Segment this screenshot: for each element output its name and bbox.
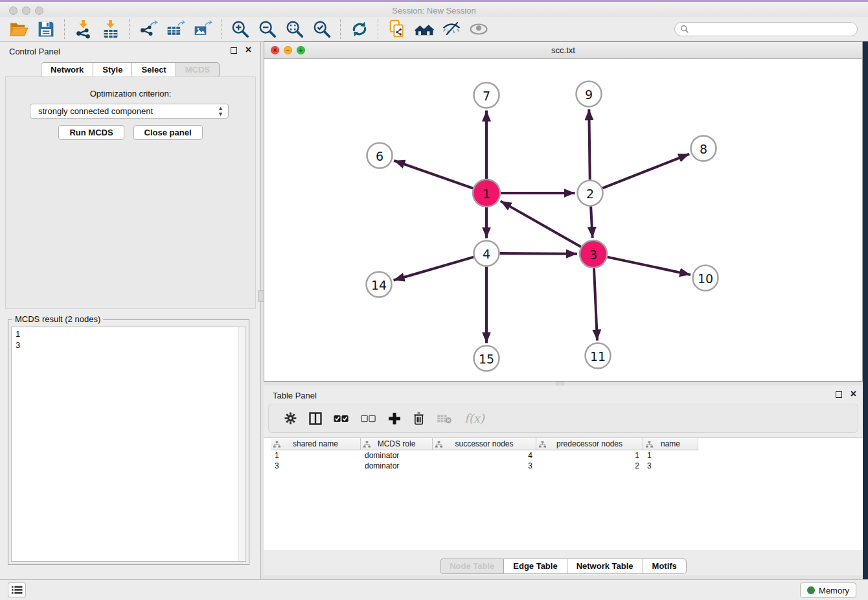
selected-option: strongly connected component	[38, 106, 153, 116]
main-toolbar	[0, 17, 868, 41]
table-panel-header: Table Panel ×	[264, 386, 863, 405]
table-row[interactable]: 3dominator323	[271, 461, 698, 471]
destroy-table-icon[interactable]	[437, 413, 452, 424]
run-mcds-button[interactable]: Run MCDS	[58, 125, 124, 140]
tab-style[interactable]: Style	[93, 62, 132, 78]
column-type-icon	[646, 441, 653, 448]
desktop-background-strip	[863, 41, 868, 600]
table-cell[interactable]: 3	[433, 461, 536, 471]
search-field[interactable]	[674, 22, 858, 36]
zoom-selected-icon[interactable]	[312, 19, 332, 39]
network-canvas[interactable]: 7968124314101511	[264, 59, 862, 381]
tab-mcds[interactable]: MCDS	[176, 62, 220, 78]
deselect-all-checkboxes-icon[interactable]	[361, 414, 376, 423]
mcds-result-group: MCDS result (2 nodes) 1 3	[8, 319, 249, 565]
table-cell[interactable]: 1	[643, 450, 698, 461]
table-cell[interactable]: 4	[433, 450, 536, 461]
memory-button[interactable]: Memory	[800, 583, 856, 598]
application-window: Session: New Session	[0, 0, 868, 600]
graph-edge-1-6[interactable]	[394, 161, 473, 189]
import-network-from-file-icon[interactable]	[74, 19, 93, 39]
export-network-icon[interactable]	[139, 19, 158, 39]
add-column-plus-icon[interactable]	[388, 412, 401, 425]
zoom-out-icon[interactable]	[258, 19, 277, 39]
tab-edge-table[interactable]: Edge Table	[504, 559, 567, 574]
tab-network-table[interactable]: Network Table	[567, 559, 643, 574]
zoom-fit-content-icon[interactable]	[285, 19, 304, 39]
graph-edge-3-11[interactable]	[594, 268, 597, 341]
column-header-name[interactable]: name	[643, 438, 698, 450]
zoom-in-icon[interactable]	[231, 19, 250, 39]
column-header-label: predecessor nodes	[556, 439, 622, 448]
float-panel-icon[interactable]	[836, 391, 842, 398]
table-cell[interactable]: 3	[271, 461, 361, 471]
toolbar-separator	[64, 19, 65, 39]
graph-node-label-6: 6	[376, 149, 383, 163]
tab-network[interactable]: Network	[41, 62, 93, 78]
control-panel-title: Control Panel	[9, 47, 60, 56]
graph-edge-3-1[interactable]	[501, 201, 581, 247]
import-table-from-file-icon[interactable]	[101, 19, 120, 39]
select-all-checkboxes-icon[interactable]	[334, 414, 349, 423]
export-table-icon[interactable]	[166, 19, 185, 39]
graph-node-label-14: 14	[371, 278, 387, 292]
table-rows: 1dominator4113dominator323	[271, 450, 698, 471]
graph-node-label-1: 1	[483, 187, 490, 201]
table-settings-gear-icon[interactable]	[284, 411, 297, 425]
table-cell[interactable]: 1	[536, 450, 643, 461]
export-image-icon[interactable]	[193, 19, 212, 39]
tab-motifs[interactable]: Motifs	[643, 559, 687, 574]
graph-edge-2-8[interactable]	[602, 154, 689, 189]
column-header-shared-name[interactable]: shared name	[271, 438, 361, 450]
apply-function-icon[interactable]: f(x)	[464, 411, 485, 425]
float-panel-icon[interactable]	[231, 47, 237, 54]
hide-eye-icon[interactable]	[442, 19, 461, 39]
save-session-icon[interactable]	[36, 19, 56, 39]
tab-select[interactable]: Select	[132, 62, 176, 78]
graph-edge-2-3[interactable]	[591, 206, 593, 238]
column-header-predecessor-nodes[interactable]: predecessor nodes	[536, 438, 643, 450]
table-cell[interactable]: 2	[536, 461, 643, 471]
close-panel-button[interactable]: Close panel	[133, 125, 203, 140]
column-header-label: name	[661, 439, 680, 448]
graph-edge-3-10[interactable]	[608, 257, 691, 275]
result-scrollbar[interactable]	[238, 327, 246, 561]
task-history-button[interactable]	[8, 583, 26, 597]
column-header-MCDS-role[interactable]: MCDS role	[361, 438, 433, 450]
network-window-titlebar[interactable]: × − + scc.txt	[264, 42, 862, 59]
search-input[interactable]	[689, 23, 857, 36]
show-eye-icon[interactable]	[469, 19, 488, 39]
table-cell[interactable]: 1	[271, 450, 361, 461]
home-overview-icon[interactable]	[415, 19, 434, 39]
tab-node-table[interactable]: Node Table	[440, 559, 504, 574]
graph-node-label-9: 9	[585, 87, 593, 102]
network-view-window: × − + scc.txt 7968124314101511	[264, 41, 863, 382]
list-icon	[12, 586, 23, 594]
search-icon	[680, 25, 689, 34]
optimization-criterion-select[interactable]: strongly connected component ▲▼	[30, 104, 229, 119]
column-header-label: shared name	[293, 439, 338, 448]
column-type-icon	[273, 441, 280, 448]
mcds-result-textarea[interactable]: 1 3	[11, 327, 246, 562]
table-column-headers: shared nameMCDS rolesuccessor nodesprede…	[271, 438, 698, 450]
column-type-icon	[539, 441, 546, 448]
column-header-successor-nodes[interactable]: successor nodes	[433, 438, 536, 450]
network-graph[interactable]: 7968124314101511	[264, 59, 862, 381]
column-layout-icon[interactable]	[309, 412, 322, 425]
network-file-icon[interactable]	[387, 19, 407, 39]
graph-edge-4-3[interactable]	[499, 253, 577, 254]
status-bar: Memory	[0, 579, 868, 600]
close-panel-icon[interactable]: ×	[246, 44, 251, 56]
table-cell[interactable]: dominator	[361, 450, 433, 461]
delete-column-trash-icon[interactable]	[413, 411, 425, 425]
table-cell[interactable]: 3	[643, 461, 698, 471]
graph-edge-2-9[interactable]	[589, 109, 589, 179]
graph-edge-4-14[interactable]	[394, 257, 474, 281]
graph-node-label-4: 4	[483, 247, 490, 261]
table-cell[interactable]: dominator	[361, 461, 433, 471]
table-row[interactable]: 1dominator411	[271, 450, 698, 461]
column-header-label: MCDS role	[378, 439, 416, 448]
refresh-layout-icon[interactable]	[350, 19, 369, 39]
open-file-icon[interactable]	[9, 19, 29, 39]
close-panel-icon[interactable]: ×	[851, 388, 856, 400]
